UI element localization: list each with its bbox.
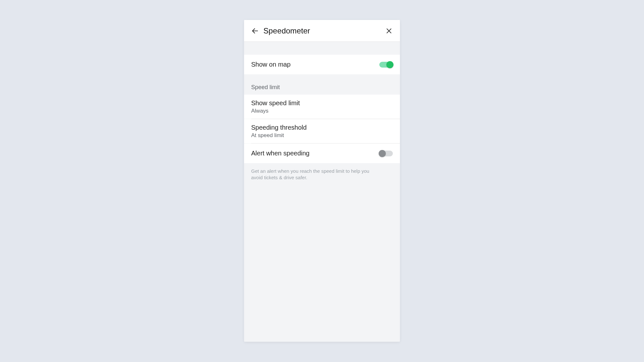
- spacer: [244, 42, 400, 55]
- speeding-threshold-value: At speed limit: [251, 132, 393, 139]
- page-title: Speedometer: [263, 26, 384, 35]
- alert-when-speeding-toggle[interactable]: [379, 151, 393, 156]
- back-button[interactable]: [251, 26, 260, 35]
- close-icon: [385, 27, 393, 34]
- speeding-threshold-label: Speeding threshold: [251, 124, 393, 131]
- arrow-left-icon: [251, 27, 259, 35]
- show-speed-limit-row[interactable]: Show speed limit Always: [244, 95, 400, 119]
- close-button[interactable]: [384, 26, 393, 35]
- show-on-map-row[interactable]: Show on map: [244, 55, 400, 74]
- show-speed-limit-value: Always: [251, 108, 393, 114]
- speedometer-settings-panel: Speedometer Show on map Speed limit Show…: [244, 20, 400, 342]
- header: Speedometer: [244, 20, 400, 42]
- alert-when-speeding-row[interactable]: Alert when speeding: [244, 144, 400, 163]
- show-speed-limit-label: Show speed limit: [251, 99, 393, 107]
- speeding-threshold-row[interactable]: Speeding threshold At speed limit: [244, 119, 400, 143]
- alert-when-speeding-label: Alert when speeding: [251, 150, 379, 157]
- show-on-map-toggle[interactable]: [379, 62, 393, 68]
- speed-limit-section-header: Speed limit: [244, 74, 400, 95]
- alert-footer-text: Get an alert when you reach the speed li…: [244, 163, 386, 186]
- show-on-map-label: Show on map: [251, 61, 290, 68]
